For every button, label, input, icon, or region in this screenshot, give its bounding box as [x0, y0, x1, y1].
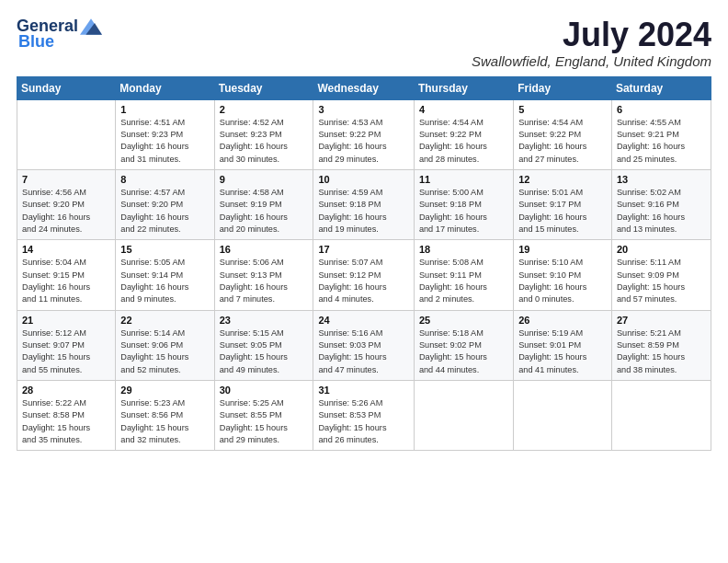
day-detail: Sunrise: 5:26 AMSunset: 8:53 PMDaylight:…	[318, 397, 408, 446]
day-detail: Sunrise: 4:54 AMSunset: 9:22 PMDaylight:…	[518, 117, 607, 166]
day-number: 22	[120, 315, 209, 326]
day-detail: Sunrise: 5:18 AMSunset: 9:02 PMDaylight:…	[419, 327, 508, 376]
day-number: 25	[419, 315, 508, 326]
col-header-thursday: Thursday	[414, 76, 513, 99]
day-number: 16	[220, 244, 309, 255]
day-number: 27	[617, 315, 706, 326]
calendar-cell: 24Sunrise: 5:16 AMSunset: 9:03 PMDayligh…	[313, 310, 414, 380]
day-number: 18	[419, 244, 508, 255]
col-header-monday: Monday	[116, 76, 214, 99]
day-detail: Sunrise: 5:11 AMSunset: 9:09 PMDaylight:…	[617, 257, 706, 305]
day-detail: Sunrise: 5:12 AMSunset: 9:07 PMDaylight:…	[22, 327, 110, 376]
calendar-cell: 15Sunrise: 5:05 AMSunset: 9:14 PMDayligh…	[116, 240, 214, 310]
calendar-cell: 18Sunrise: 5:08 AMSunset: 9:11 PMDayligh…	[414, 240, 513, 310]
day-number: 17	[318, 244, 408, 255]
calendar-cell: 13Sunrise: 5:02 AMSunset: 9:16 PMDayligh…	[611, 169, 711, 239]
calendar-cell: 4Sunrise: 4:54 AMSunset: 9:22 PMDaylight…	[414, 99, 513, 169]
calendar-cell: 16Sunrise: 5:06 AMSunset: 9:13 PMDayligh…	[214, 240, 313, 310]
calendar-cell: 22Sunrise: 5:14 AMSunset: 9:06 PMDayligh…	[116, 310, 214, 380]
col-header-sunday: Sunday	[17, 76, 116, 99]
calendar-cell: 10Sunrise: 4:59 AMSunset: 9:18 PMDayligh…	[313, 169, 414, 239]
calendar-cell: 11Sunrise: 5:00 AMSunset: 9:18 PMDayligh…	[414, 169, 513, 239]
day-number: 11	[419, 174, 508, 185]
calendar-cell	[17, 99, 116, 169]
calendar-cell	[414, 381, 513, 451]
day-number: 8	[120, 174, 209, 185]
day-detail: Sunrise: 5:19 AMSunset: 9:01 PMDaylight:…	[518, 327, 607, 376]
calendar-cell: 26Sunrise: 5:19 AMSunset: 9:01 PMDayligh…	[514, 310, 612, 380]
title-block: July 2024 Swallowfield, England, United …	[472, 17, 711, 69]
day-number: 29	[120, 385, 209, 396]
logo-blue-text: Blue	[18, 32, 54, 52]
day-number: 6	[617, 104, 706, 115]
day-detail: Sunrise: 5:10 AMSunset: 9:10 PMDaylight:…	[518, 257, 607, 305]
calendar-cell: 21Sunrise: 5:12 AMSunset: 9:07 PMDayligh…	[17, 310, 116, 380]
day-detail: Sunrise: 4:53 AMSunset: 9:22 PMDaylight:…	[318, 117, 408, 166]
day-detail: Sunrise: 4:57 AMSunset: 9:20 PMDaylight:…	[120, 187, 209, 236]
calendar-cell: 20Sunrise: 5:11 AMSunset: 9:09 PMDayligh…	[611, 240, 711, 310]
day-number: 12	[518, 174, 607, 185]
calendar-cell: 31Sunrise: 5:26 AMSunset: 8:53 PMDayligh…	[313, 381, 414, 451]
calendar-cell: 6Sunrise: 4:55 AMSunset: 9:21 PMDaylight…	[611, 99, 711, 169]
day-detail: Sunrise: 5:02 AMSunset: 9:16 PMDaylight:…	[617, 187, 706, 236]
calendar-cell	[514, 381, 612, 451]
week-row-2: 7Sunrise: 4:56 AMSunset: 9:20 PMDaylight…	[17, 169, 711, 239]
calendar-cell: 25Sunrise: 5:18 AMSunset: 9:02 PMDayligh…	[414, 310, 513, 380]
day-number: 1	[120, 104, 209, 115]
day-detail: Sunrise: 4:52 AMSunset: 9:23 PMDaylight:…	[220, 117, 309, 166]
col-header-friday: Friday	[514, 76, 612, 99]
calendar-cell: 28Sunrise: 5:22 AMSunset: 8:58 PMDayligh…	[17, 381, 116, 451]
day-number: 23	[220, 315, 309, 326]
day-detail: Sunrise: 5:08 AMSunset: 9:11 PMDaylight:…	[419, 257, 508, 305]
day-number: 14	[22, 244, 110, 255]
day-detail: Sunrise: 5:23 AMSunset: 8:56 PMDaylight:…	[120, 397, 209, 446]
day-detail: Sunrise: 5:14 AMSunset: 9:06 PMDaylight:…	[120, 327, 209, 376]
day-number: 24	[318, 315, 408, 326]
calendar-cell: 5Sunrise: 4:54 AMSunset: 9:22 PMDaylight…	[514, 99, 612, 169]
day-number: 15	[120, 244, 209, 255]
day-number: 21	[22, 315, 110, 326]
calendar-cell: 12Sunrise: 5:01 AMSunset: 9:17 PMDayligh…	[514, 169, 612, 239]
day-number: 9	[220, 174, 309, 185]
day-number: 4	[419, 104, 508, 115]
day-detail: Sunrise: 4:58 AMSunset: 9:19 PMDaylight:…	[220, 187, 309, 236]
calendar-cell: 8Sunrise: 4:57 AMSunset: 9:20 PMDaylight…	[116, 169, 214, 239]
week-row-5: 28Sunrise: 5:22 AMSunset: 8:58 PMDayligh…	[17, 381, 711, 451]
calendar-cell: 30Sunrise: 5:25 AMSunset: 8:55 PMDayligh…	[214, 381, 313, 451]
header: General Blue July 2024 Swallowfield, Eng…	[17, 17, 711, 69]
day-number: 20	[617, 244, 706, 255]
day-number: 5	[518, 104, 607, 115]
day-detail: Sunrise: 5:00 AMSunset: 9:18 PMDaylight:…	[419, 187, 508, 236]
day-detail: Sunrise: 4:59 AMSunset: 9:18 PMDaylight:…	[318, 187, 408, 236]
day-detail: Sunrise: 5:06 AMSunset: 9:13 PMDaylight:…	[220, 257, 309, 305]
calendar-cell: 1Sunrise: 4:51 AMSunset: 9:23 PMDaylight…	[116, 99, 214, 169]
day-detail: Sunrise: 4:51 AMSunset: 9:23 PMDaylight:…	[120, 117, 209, 166]
day-number: 19	[518, 244, 607, 255]
day-number: 2	[220, 104, 309, 115]
day-number: 13	[617, 174, 706, 185]
calendar-cell: 19Sunrise: 5:10 AMSunset: 9:10 PMDayligh…	[514, 240, 612, 310]
day-detail: Sunrise: 4:54 AMSunset: 9:22 PMDaylight:…	[419, 117, 508, 166]
calendar-cell: 27Sunrise: 5:21 AMSunset: 8:59 PMDayligh…	[611, 310, 711, 380]
day-number: 28	[22, 385, 110, 396]
day-detail: Sunrise: 5:22 AMSunset: 8:58 PMDaylight:…	[22, 397, 110, 446]
calendar-header-row: SundayMondayTuesdayWednesdayThursdayFrid…	[17, 76, 711, 99]
calendar-cell: 3Sunrise: 4:53 AMSunset: 9:22 PMDaylight…	[313, 99, 414, 169]
day-detail: Sunrise: 5:01 AMSunset: 9:17 PMDaylight:…	[518, 187, 607, 236]
day-detail: Sunrise: 5:05 AMSunset: 9:14 PMDaylight:…	[120, 257, 209, 305]
page: General Blue July 2024 Swallowfield, Eng…	[0, 0, 728, 563]
day-detail: Sunrise: 5:15 AMSunset: 9:05 PMDaylight:…	[220, 327, 309, 376]
calendar-cell: 14Sunrise: 5:04 AMSunset: 9:15 PMDayligh…	[17, 240, 116, 310]
col-header-wednesday: Wednesday	[313, 76, 414, 99]
col-header-saturday: Saturday	[611, 76, 711, 99]
month-year: July 2024	[472, 17, 711, 53]
day-detail: Sunrise: 4:55 AMSunset: 9:21 PMDaylight:…	[617, 117, 706, 166]
logo-icon	[80, 18, 102, 35]
week-row-4: 21Sunrise: 5:12 AMSunset: 9:07 PMDayligh…	[17, 310, 711, 380]
day-detail: Sunrise: 5:21 AMSunset: 8:59 PMDaylight:…	[617, 327, 706, 376]
week-row-3: 14Sunrise: 5:04 AMSunset: 9:15 PMDayligh…	[17, 240, 711, 310]
location: Swallowfield, England, United Kingdom	[472, 53, 711, 69]
day-number: 26	[518, 315, 607, 326]
calendar-cell: 23Sunrise: 5:15 AMSunset: 9:05 PMDayligh…	[214, 310, 313, 380]
day-detail: Sunrise: 5:25 AMSunset: 8:55 PMDaylight:…	[220, 397, 309, 446]
